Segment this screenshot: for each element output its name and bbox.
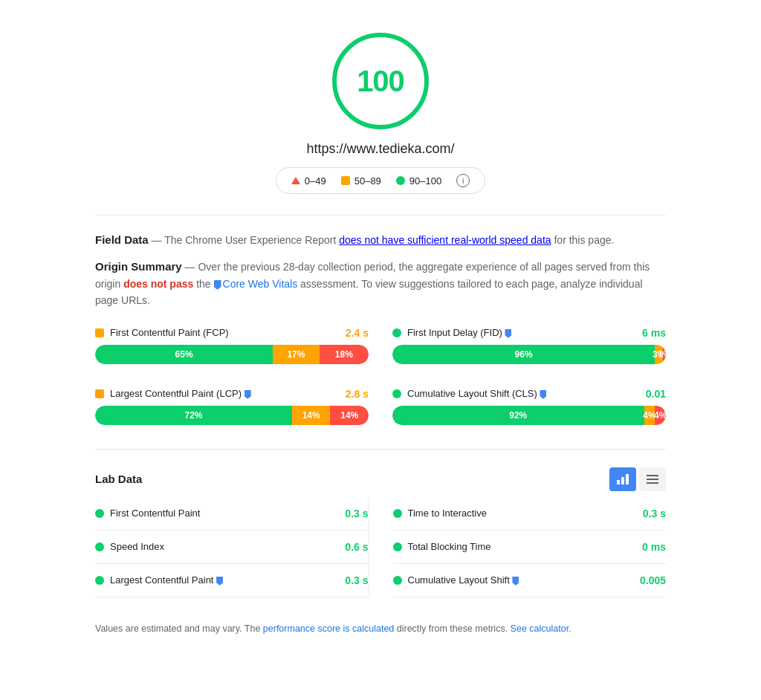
field-data-link[interactable]: does not have sufficient real-world spee…: [339, 234, 551, 246]
lab-si-row: Speed Index 0.6 s: [95, 531, 369, 564]
lab-tti-row: Time to Interactive 0.3 s: [393, 497, 667, 531]
does-not-pass-text: does not pass: [123, 278, 193, 290]
metric-cls: Cumulative Layout Shift (CLS) 0.01 92% 4…: [392, 382, 666, 431]
lcp-value: 2.8 s: [346, 388, 369, 400]
fcp-value: 2.4 s: [346, 327, 369, 339]
origin-summary-section: Origin Summary — Over the previous 28-da…: [95, 252, 666, 321]
lcp-dot: [95, 389, 104, 398]
lab-metrics-columns: First Contentful Paint 0.3 s Speed Index…: [95, 497, 666, 597]
fid-name: First Input Delay (FID): [407, 327, 511, 338]
legend-low-label: 0–49: [305, 175, 326, 187]
page-wrapper: 100 https://www.tedieka.com/ 0–49 50–89 …: [83, 0, 678, 651]
cls-dot: [392, 389, 401, 398]
origin-middle: the: [193, 278, 213, 290]
lab-cls-name: Cumulative Layout Shift: [408, 574, 519, 586]
origin-summary-title: Origin Summary: [95, 260, 182, 273]
legend-high-label: 90–100: [409, 175, 441, 187]
lab-fcp-dot: [95, 509, 104, 518]
view-toggle: [609, 467, 666, 491]
info-icon[interactable]: i: [456, 174, 470, 187]
field-data-title: Field Data: [95, 233, 149, 246]
performance-score-link[interactable]: performance score is calculated: [263, 623, 394, 634]
square-icon: [341, 176, 350, 185]
lab-divider: [95, 449, 666, 450]
field-metrics-grid: First Contentful Paint (FCP) 2.4 s 65% 1…: [95, 321, 666, 431]
svg-rect-2: [626, 474, 629, 485]
lab-cls-row: Cumulative Layout Shift 0.005: [393, 564, 667, 597]
lcp-bar-red: 14%: [330, 406, 369, 425]
see-calculator-link[interactable]: See calculator.: [511, 623, 571, 634]
cls-name: Cumulative Layout Shift (CLS): [407, 388, 546, 399]
field-data-section: Field Data — The Chrome User Experience …: [95, 221, 666, 252]
lab-tbt-row: Total Blocking Time 0 ms: [393, 531, 667, 564]
svg-rect-0: [617, 480, 620, 485]
lab-fcp-value: 0.3 s: [345, 508, 368, 519]
section-divider: [95, 215, 666, 215]
lab-cls-value: 0.005: [640, 574, 666, 586]
lab-tti-value: 0.3 s: [643, 508, 666, 519]
lcp-bar-orange: 14%: [292, 406, 331, 425]
fcp-bar-orange: 17%: [273, 345, 320, 364]
legend-mid: 50–89: [341, 175, 381, 187]
score-value: 100: [357, 65, 404, 98]
footnote-text-before: Values are estimated and may vary. The: [95, 623, 263, 634]
lab-si-value: 0.6 s: [345, 541, 368, 553]
fid-flag-icon: [505, 329, 511, 338]
lab-data-header: Lab Data: [95, 467, 666, 491]
fid-dot: [392, 328, 401, 337]
field-data-desc: — The Chrome User Experience Report: [152, 234, 340, 246]
fcp-bar-red: 18%: [320, 345, 369, 364]
fid-bar-green: 96%: [392, 345, 655, 364]
lab-tbt-value: 0 ms: [642, 541, 666, 553]
lcp-bar-green: 72%: [95, 406, 292, 425]
footnote-text-middle: directly from these metrics.: [394, 623, 510, 634]
score-legend: 0–49 50–89 90–100 i: [276, 167, 485, 194]
lab-tbt-name: Total Blocking Time: [408, 541, 491, 552]
lab-col-left: First Contentful Paint 0.3 s Speed Index…: [95, 497, 369, 597]
fcp-name: First Contentful Paint (FCP): [110, 327, 229, 338]
lab-fcp-name: First Contentful Paint: [110, 508, 200, 519]
metric-fcp: First Contentful Paint (FCP) 2.4 s 65% 1…: [95, 321, 369, 370]
lab-lcp-flag-icon: [216, 577, 223, 586]
field-data-desc-end: for this page.: [551, 234, 615, 246]
lab-lcp-value: 0.3 s: [345, 574, 368, 586]
lab-data-title: Lab Data: [95, 473, 142, 485]
fid-bar-red: 1%: [663, 345, 666, 364]
lab-lcp-dot: [95, 576, 104, 585]
legend-mid-label: 50–89: [354, 175, 381, 187]
svg-rect-4: [647, 479, 658, 480]
lcp-name: Largest Contentful Paint (LCP): [110, 388, 251, 399]
bar-chart-icon: [617, 474, 629, 485]
svg-rect-3: [647, 475, 658, 476]
legend-low: 0–49: [291, 175, 326, 187]
lab-tti-name: Time to Interactive: [408, 508, 487, 519]
lab-fcp-row: First Contentful Paint 0.3 s: [95, 497, 369, 531]
lab-col-right: Time to Interactive 0.3 s Total Blocking…: [369, 497, 667, 597]
core-vitals-link[interactable]: Core Web Vitals: [223, 278, 298, 290]
circle-icon: [396, 176, 405, 185]
triangle-icon: [291, 177, 300, 184]
lcp-bar: 72% 14% 14%: [95, 406, 369, 425]
score-url: https://www.tedieka.com/: [306, 141, 454, 157]
fcp-dot: [95, 328, 104, 337]
cls-bar-red: 4%: [655, 406, 666, 425]
lab-data-section: Lab Data: [95, 456, 666, 609]
cls-value: 0.01: [646, 388, 666, 400]
lab-cls-flag-icon: [512, 577, 519, 586]
fid-bar: 96% 3% 1%: [392, 345, 666, 364]
lab-lcp-row: Largest Contentful Paint 0.3 s: [95, 564, 369, 597]
lab-tti-dot: [393, 509, 402, 518]
fcp-bar-green: 65%: [95, 345, 273, 364]
metric-fid: First Input Delay (FID) 6 ms 96% 3% 1%: [392, 321, 666, 370]
list-icon: [647, 475, 658, 484]
cls-bar-green: 92%: [392, 406, 644, 425]
fid-value: 6 ms: [642, 327, 666, 339]
svg-rect-1: [621, 477, 624, 485]
blue-flag-icon: [214, 280, 221, 290]
lab-tbt-dot: [393, 542, 402, 551]
cls-flag-icon: [540, 390, 546, 399]
toggle-bar-button[interactable]: [609, 467, 636, 491]
lab-si-dot: [95, 542, 104, 551]
toggle-list-button[interactable]: [639, 467, 666, 491]
lab-lcp-name: Largest Contentful Paint: [110, 574, 223, 586]
